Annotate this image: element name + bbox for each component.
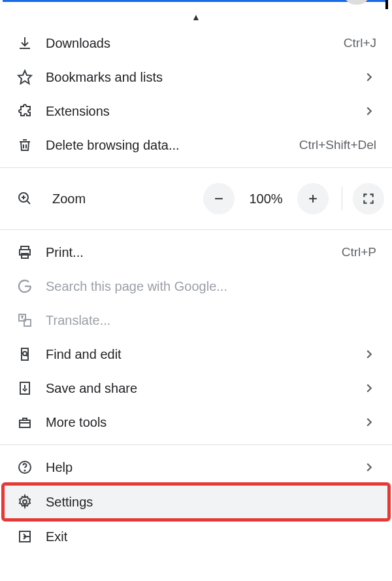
svg-rect-12: [20, 420, 30, 427]
google-icon: [17, 278, 46, 294]
bookmarks-label: Bookmarks and lists: [46, 70, 362, 85]
menu-item-print[interactable]: Print... Ctrl+P: [0, 235, 392, 269]
menu-item-help[interactable]: Help: [0, 450, 392, 484]
menu-item-translate: Translate...: [0, 303, 392, 337]
delete-shortcut: Ctrl+Shift+Del: [299, 138, 376, 152]
svg-marker-0: [18, 71, 31, 84]
svg-point-15: [23, 500, 27, 504]
print-label: Print...: [46, 245, 342, 260]
fullscreen-button[interactable]: [353, 183, 384, 214]
print-icon: [17, 244, 46, 260]
download-icon: [17, 35, 46, 51]
zoom-icon: [17, 191, 46, 207]
help-label: Help: [46, 460, 362, 475]
extensions-icon: [17, 103, 46, 119]
menu-item-more-tools[interactable]: More tools: [0, 405, 392, 439]
save-share-icon: [17, 380, 46, 396]
zoom-in-button[interactable]: [297, 183, 329, 214]
menu-item-delete-browsing-data[interactable]: Delete browsing data... Ctrl+Shift+Del: [0, 128, 392, 162]
menu-item-extensions[interactable]: Extensions: [0, 94, 392, 128]
gear-icon: [17, 494, 46, 510]
star-icon: [17, 69, 46, 85]
menu-item-zoom: Zoom 100%: [0, 173, 392, 224]
menu-item-settings[interactable]: Settings: [4, 485, 388, 519]
zoom-out-button[interactable]: [203, 183, 235, 214]
chevron-right-icon: [362, 104, 376, 118]
chevron-right-icon: [362, 70, 376, 84]
extensions-label: Extensions: [46, 104, 362, 119]
toolbox-icon: [17, 414, 46, 430]
delete-label: Delete browsing data...: [46, 138, 299, 153]
chevron-right-icon: [362, 381, 376, 395]
chrome-main-menu: ▲ Downloads Ctrl+J Bookmarks and lists E…: [0, 5, 392, 554]
settings-label: Settings: [46, 495, 376, 510]
translate-icon: [17, 312, 46, 328]
zoom-value: 100%: [241, 191, 291, 207]
svg-point-14: [24, 470, 25, 471]
downloads-label: Downloads: [46, 36, 344, 51]
menu-item-find-edit[interactable]: Find and edit: [0, 337, 392, 371]
avatar-partial: [344, 0, 370, 5]
menu-separator: [0, 444, 392, 445]
chevron-right-icon: [362, 347, 376, 361]
help-icon: [17, 459, 46, 475]
exit-icon: [17, 529, 46, 544]
zoom-divider: [342, 187, 342, 210]
menu-item-search-page: Search this page with Google...: [0, 269, 392, 303]
menu-item-bookmarks[interactable]: Bookmarks and lists: [0, 60, 392, 94]
trash-icon: [17, 137, 46, 153]
find-icon: [17, 346, 46, 362]
downloads-shortcut: Ctrl+J: [344, 36, 376, 50]
exit-label: Exit: [46, 529, 376, 544]
print-shortcut: Ctrl+P: [342, 245, 376, 259]
menu-item-exit[interactable]: Exit: [0, 520, 392, 554]
zoom-label: Zoom: [52, 191, 197, 207]
find-edit-label: Find and edit: [46, 347, 362, 362]
translate-label: Translate...: [46, 313, 376, 328]
menu-separator: [0, 167, 392, 168]
menu-item-save-share[interactable]: Save and share: [0, 371, 392, 405]
search-page-label: Search this page with Google...: [46, 279, 376, 294]
save-share-label: Save and share: [46, 381, 362, 396]
chevron-right-icon: [362, 415, 376, 429]
menu-item-downloads[interactable]: Downloads Ctrl+J: [0, 26, 392, 60]
more-tools-label: More tools: [46, 415, 362, 430]
scroll-up-arrow[interactable]: ▲: [0, 5, 392, 26]
chevron-right-icon: [362, 460, 376, 474]
menu-separator: [0, 229, 392, 230]
